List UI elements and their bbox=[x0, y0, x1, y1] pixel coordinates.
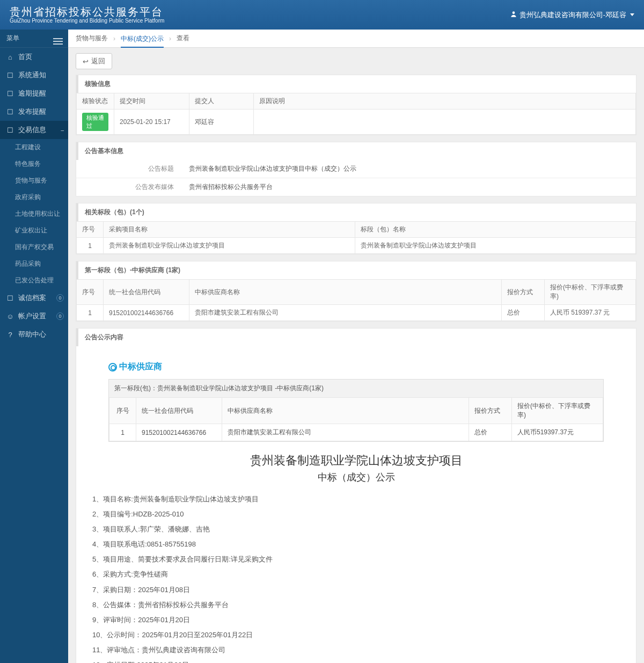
announce-subtitle: 中标（成交）公示 bbox=[87, 471, 625, 484]
info-line: 6、采购方式:竞争性磋商 bbox=[92, 569, 620, 580]
supplier-table: 序号 统一社会信用代码 中标供应商名称 报价方式 报价(中标价、下浮率或费率) … bbox=[76, 279, 636, 321]
audit-title: 核验信息 bbox=[76, 75, 636, 93]
label: 公告标题 bbox=[76, 160, 184, 178]
col-method: 报价方式 bbox=[502, 280, 545, 305]
back-label: 返回 bbox=[91, 56, 105, 66]
audit-section: 核验信息 核验状态 提交时间 提交人 原因说明 核验通过 2025-01-20 … bbox=[76, 75, 636, 135]
back-button[interactable]: ↩ 返回 bbox=[76, 53, 112, 69]
stamp-text: 中标供应商 bbox=[119, 361, 162, 373]
inner-supplier-box: 第一标段(包)：贵州装备制造职业学院山体边坡支护项目 -中标供应商(1家) 序号… bbox=[108, 379, 604, 442]
user-icon: ☺ bbox=[6, 312, 14, 320]
info-line: 12、定标日期:2025年01月20日 bbox=[92, 659, 620, 663]
col-price: 报价(中标价、下浮率或费率) bbox=[545, 280, 636, 305]
value: 贵州装备制造职业学院山体边坡支护项目中标（成交）公示 bbox=[184, 160, 636, 178]
sub-goods[interactable]: 货物与服务 bbox=[0, 172, 68, 189]
cell-time: 2025-01-20 15:17 bbox=[114, 110, 189, 135]
form-row: 公告发布媒体 贵州省招标投标公共服务平台 bbox=[76, 178, 636, 196]
basic-section: 公告基本信息 公告标题 贵州装备制造职业学院山体边坡支护项目中标（成交）公示 公… bbox=[76, 142, 636, 196]
cell-code: 915201002144636766 bbox=[104, 305, 189, 321]
collapse-icon: – bbox=[61, 127, 64, 133]
crumb-1[interactable]: 货物与服务 bbox=[76, 34, 108, 43]
sub-published[interactable]: 已发公告处理 bbox=[0, 272, 68, 289]
nav-account[interactable]: ☺ 帐户设置 0 bbox=[0, 307, 68, 325]
nav-publish[interactable]: ☐ 发布提醒 bbox=[0, 103, 68, 121]
home-icon: ⌂ bbox=[6, 53, 14, 61]
cell-person: 邓廷容 bbox=[189, 110, 254, 135]
cell-price: 人民币519397.37元 bbox=[512, 424, 603, 441]
site-title-cn: 贵州省招标投标公共服务平台 bbox=[10, 6, 510, 18]
crumb-2[interactable]: 中标(成交)公示 bbox=[121, 34, 164, 48]
cell-method: 总价 bbox=[469, 424, 512, 441]
nav-overdue[interactable]: ☐ 逾期提醒 bbox=[0, 84, 68, 103]
doc-icon: ☐ bbox=[6, 294, 14, 302]
user-menu[interactable]: 贵州弘典建设咨询有限公司-邓廷容 bbox=[510, 10, 634, 20]
cell-code: 915201002144636766 bbox=[136, 424, 222, 441]
col-seq: 序号 bbox=[77, 280, 104, 305]
cell-reason bbox=[254, 110, 636, 135]
info-line: 2、项目编号:HDZB-2025-010 bbox=[92, 508, 620, 520]
monitor-icon: ☐ bbox=[6, 71, 14, 79]
info-line: 5、项目用途、简要技术要求及合同履行日期:详见采购文件 bbox=[92, 553, 620, 565]
menu-label: 菜单 bbox=[6, 34, 19, 43]
sub-land[interactable]: 土地使用权出让 bbox=[0, 206, 68, 222]
notice-title: 公告公示内容 bbox=[76, 329, 636, 346]
announce-title: 贵州装备制造职业学院山体边坡支护项目 bbox=[87, 453, 625, 469]
winner-stamp: 中标供应商 bbox=[108, 361, 162, 373]
nav-trade-info[interactable]: ☐ 交易信息 – bbox=[0, 121, 68, 139]
col-code: 统一社会信用代码 bbox=[104, 280, 189, 305]
cell-seq: 1 bbox=[77, 238, 104, 254]
table-row: 序号 统一社会信用代码 中标供应商名称 报价方式 报价(中标价、下浮率或费率) bbox=[109, 398, 603, 424]
col-lot: 标段（包）名称 bbox=[355, 222, 635, 238]
table-row: 核验通过 2025-01-20 15:17 邓廷容 bbox=[77, 110, 636, 135]
help-icon: ? bbox=[6, 331, 14, 338]
cell-name: 贵阳市建筑安装工程有限公司 bbox=[189, 305, 502, 321]
breadcrumb: 货物与服务 › 中标(成交)公示 › 查看 bbox=[68, 30, 644, 48]
cell-method: 总价 bbox=[502, 305, 545, 321]
lots-table: 序号 采购项目名称 标段（包）名称 1 贵州装备制造职业学院山体边坡支护项目 贵… bbox=[76, 221, 636, 254]
main: 货物与服务 › 中标(成交)公示 › 查看 ↩ 返回 核验信息 核验状态 提交时… bbox=[68, 30, 644, 663]
table-row: 1 贵州装备制造职业学院山体边坡支护项目 贵州装备制造职业学院山体边坡支护项目 bbox=[77, 238, 636, 254]
basic-title: 公告基本信息 bbox=[76, 142, 636, 160]
value: 贵州省招标投标公共服务平台 bbox=[184, 178, 636, 196]
sub-featured[interactable]: 特色服务 bbox=[0, 156, 68, 172]
sub-drug[interactable]: 药品采购 bbox=[0, 256, 68, 272]
label: 公告发布媒体 bbox=[76, 178, 184, 196]
notice-section: 公告公示内容 中标供应商 第一标段(包)：贵州装备制造职业学院山体边坡支护项目 … bbox=[76, 328, 636, 663]
sub-mining[interactable]: 矿业权出让 bbox=[0, 222, 68, 239]
col-seq: 序号 bbox=[109, 398, 136, 424]
inner-title: 第一标段(包)：贵州装备制造职业学院山体边坡支护项目 -中标供应商(1家) bbox=[109, 380, 603, 397]
info-line: 7、采购日期：2025年01月08日 bbox=[92, 584, 620, 596]
nav-help[interactable]: ? 帮助中心 bbox=[0, 325, 68, 344]
table-row: 序号 采购项目名称 标段（包）名称 bbox=[77, 222, 636, 238]
col-person: 提交人 bbox=[189, 93, 254, 110]
inner-table: 序号 统一社会信用代码 中标供应商名称 报价方式 报价(中标价、下浮率或费率) … bbox=[109, 397, 603, 441]
site-title-en: GuiZhou Province Tendering and Bidding P… bbox=[10, 18, 510, 24]
nav-home[interactable]: ⌂ 首页 bbox=[0, 48, 68, 66]
nav-notice[interactable]: ☐ 系统通知 bbox=[0, 66, 68, 84]
sub-gov[interactable]: 政府采购 bbox=[0, 189, 68, 206]
col-status: 核验状态 bbox=[77, 93, 114, 110]
col-name: 中标供应商名称 bbox=[222, 398, 469, 424]
sub-state[interactable]: 国有产权交易 bbox=[0, 239, 68, 256]
col-method: 报价方式 bbox=[469, 398, 512, 424]
audit-table: 核验状态 提交时间 提交人 原因说明 核验通过 2025-01-20 15:17… bbox=[76, 93, 636, 135]
cell-seq: 1 bbox=[77, 305, 104, 321]
form-row: 公告标题 贵州装备制造职业学院山体边坡支护项目中标（成交）公示 bbox=[76, 160, 636, 178]
nav-credit[interactable]: ☐ 诚信档案 0 bbox=[0, 289, 68, 307]
col-seq: 序号 bbox=[77, 222, 104, 238]
sidebar-header: 菜单 bbox=[0, 30, 68, 48]
crumb-3: 查看 bbox=[177, 34, 189, 43]
lots-title: 相关标段（包）(1个) bbox=[76, 203, 636, 221]
status-badge: 核验通过 bbox=[82, 113, 108, 131]
cell-price: 人民币 519397.37 元 bbox=[545, 305, 636, 321]
info-line: 8、公告媒体：贵州省招标投标公共服务平台 bbox=[92, 599, 620, 611]
table-row: 序号 统一社会信用代码 中标供应商名称 报价方式 报价(中标价、下浮率或费率) bbox=[77, 280, 636, 305]
caret-down-icon bbox=[630, 13, 634, 16]
cell-seq: 1 bbox=[109, 424, 136, 441]
hamburger-icon[interactable] bbox=[53, 38, 63, 39]
stamp-icon bbox=[108, 363, 117, 371]
sidebar: 菜单 ⌂ 首页 ☐ 系统通知 ☐ 逾期提醒 ☐ 发布提醒 ☐ 交易信息 – 工程… bbox=[0, 30, 68, 663]
col-reason: 原因说明 bbox=[254, 93, 636, 110]
sub-construction[interactable]: 工程建设 bbox=[0, 139, 68, 156]
folder-icon: ☐ bbox=[6, 126, 14, 134]
